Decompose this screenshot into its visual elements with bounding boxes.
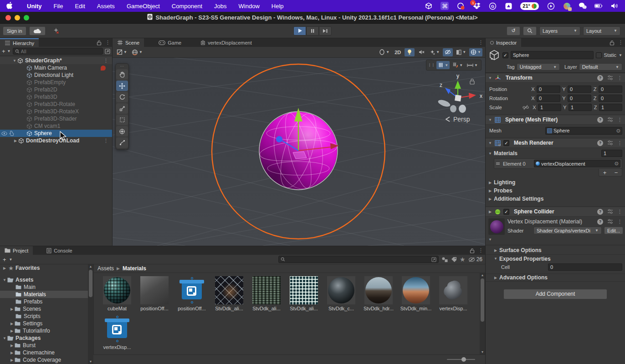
expand-triangle-icon[interactable]: ▶ xyxy=(9,344,15,348)
menu-file[interactable]: File xyxy=(48,0,69,12)
hidden-count-toggle[interactable]: 26 xyxy=(468,256,482,263)
component-menu-icon[interactable]: ⋮ xyxy=(617,219,622,225)
materials-foldout[interactable]: ▼ Materials xyxy=(486,149,625,157)
exposed-properties-foldout[interactable]: ▼Exposed Properties xyxy=(486,254,625,263)
material-preview-foldout-icon[interactable]: ▼ xyxy=(488,238,492,242)
menu-help[interactable]: Help xyxy=(266,0,290,12)
presets-icon[interactable] xyxy=(607,117,613,122)
foldout-triangle-icon[interactable]: ▼ xyxy=(487,118,493,122)
search-by-label-icon[interactable] xyxy=(451,257,457,263)
sphere-collider-enabled-checkbox[interactable]: ✓ xyxy=(503,209,509,215)
rotation-y-field[interactable] xyxy=(568,95,591,102)
component-menu-icon[interactable]: ⋮ xyxy=(617,117,622,123)
tab-game[interactable]: Game xyxy=(154,38,186,47)
hierarchy-item-sphere[interactable]: Sphere xyxy=(0,130,112,137)
toolbar-grip[interactable]: ❘❘ xyxy=(428,64,435,67)
materials-count-field[interactable] xyxy=(601,150,622,157)
remove-material-button[interactable]: − xyxy=(610,169,622,176)
foldout-triangle-icon[interactable]: ▼ xyxy=(487,152,493,156)
expand-triangle-icon[interactable]: ▶ xyxy=(9,329,15,333)
cloud-button[interactable] xyxy=(29,26,46,35)
dropbox-status-icon[interactable]: 1 xyxy=(472,2,481,10)
expand-triangle-icon[interactable]: ▶ xyxy=(2,266,7,270)
link-broken-icon[interactable] xyxy=(523,105,529,110)
scroll-up-icon[interactable]: ▲ xyxy=(88,264,93,269)
scroll-down-icon[interactable]: ▼ xyxy=(88,359,93,364)
lock-icon[interactable] xyxy=(97,40,102,46)
scene-visibility-eye-button[interactable] xyxy=(443,48,453,56)
project-tree-scrollbar[interactable]: ▲ ▼ xyxy=(88,264,93,364)
move-tool[interactable] xyxy=(116,81,128,91)
project-search-input[interactable] xyxy=(287,257,430,262)
scale-x-field[interactable] xyxy=(538,104,561,111)
hierarchy-item-directional-light[interactable]: Directional Light xyxy=(0,71,112,79)
tree-item-main[interactable]: Main xyxy=(0,283,88,291)
lighting-foldout[interactable]: ▶Lighting xyxy=(486,178,625,187)
static-checkbox[interactable] xyxy=(596,52,602,58)
volume-status-icon[interactable] xyxy=(610,2,619,10)
layers-dropdown[interactable]: Layers▼ xyxy=(539,26,580,35)
pickability-icon[interactable] xyxy=(9,131,14,136)
position-z-field[interactable] xyxy=(599,86,622,93)
layout-dropdown[interactable]: Layout▼ xyxy=(583,26,620,35)
apple-logo-icon[interactable] xyxy=(6,2,13,10)
lock-icon[interactable] xyxy=(610,40,615,46)
sphere-collider-header[interactable]: ▶ ✓ Sphere Collider ? ⋮ xyxy=(486,207,625,217)
inspector-menu-icon[interactable]: ⋮ xyxy=(618,40,623,46)
tree-item-scripts[interactable]: Scripts xyxy=(0,313,88,320)
breadcrumb-materials[interactable]: Materials xyxy=(123,265,146,272)
foldout-triangle-icon[interactable]: ▶ xyxy=(487,210,493,214)
scene-audio-button[interactable] xyxy=(416,48,426,56)
component-menu-icon[interactable]: ⋮ xyxy=(617,209,622,215)
menu-component[interactable]: Component xyxy=(166,0,208,12)
scene-lighting-button[interactable] xyxy=(405,48,415,56)
static-dropdown-icon[interactable]: ▼ xyxy=(619,53,622,57)
scroll-down-icon[interactable]: ▼ xyxy=(480,350,485,354)
scene-effects-dropdown[interactable]: ▼ xyxy=(428,48,441,56)
tab-vertexdisplacement[interactable]: vertexDisplacement xyxy=(196,38,256,47)
photos-lock-status-icon[interactable] xyxy=(563,2,571,10)
open-search-window-icon[interactable] xyxy=(431,257,436,262)
menu-edit[interactable]: Edit xyxy=(69,0,91,12)
pause-button[interactable] xyxy=(306,26,319,35)
cell-value-field[interactable] xyxy=(548,263,622,271)
add-component-button[interactable]: Add Component xyxy=(503,289,607,299)
hierarchy-item-prefabempty[interactable]: PrefabEmpty xyxy=(0,79,112,86)
transform-component-header[interactable]: ▼ Transform ? ⋮ xyxy=(486,73,625,83)
material-preview-thumb[interactable] xyxy=(488,218,505,235)
breadcrumb-assets[interactable]: Assets xyxy=(97,265,114,272)
drag-handle-icon[interactable] xyxy=(496,162,500,165)
layer-dropdown[interactable]: Default▼ xyxy=(579,63,622,71)
expand-triangle-icon[interactable]: ▶ xyxy=(9,351,15,355)
expand-triangle-icon[interactable]: ▼ xyxy=(2,336,7,340)
zoom-slider-thumb[interactable] xyxy=(461,357,466,362)
scale-y-field[interactable] xyxy=(569,104,592,111)
rect-tool[interactable] xyxy=(116,115,128,125)
battery-status-icon[interactable] xyxy=(594,2,603,10)
help-icon[interactable]: ? xyxy=(597,140,603,146)
hierarchy-search-input[interactable] xyxy=(21,49,101,54)
transform-tool[interactable] xyxy=(116,126,128,136)
tree-item-prefabs[interactable]: Prefabs xyxy=(0,298,88,305)
hierarchy-item-prefab3d-rotate[interactable]: Prefab3D-Rotate xyxy=(0,101,112,108)
menu-jobs[interactable]: Jobs xyxy=(208,0,232,12)
asset-positionoffset-shadergraph[interactable]: positionOff... xyxy=(178,276,206,311)
tree-item-burst[interactable]: ▶ Burst xyxy=(0,342,88,349)
mesh-renderer-header[interactable]: ▼ ✓ Mesh Renderer ? ⋮ xyxy=(486,138,625,148)
mesh-renderer-enabled-checkbox[interactable]: ✓ xyxy=(503,140,509,146)
scale-z-field[interactable] xyxy=(599,104,622,111)
search-by-type-icon[interactable] xyxy=(441,257,448,263)
gameobject-big-cube-icon[interactable] xyxy=(488,49,500,61)
component-menu-icon[interactable]: ⋮ xyxy=(617,75,622,81)
foldout-triangle-icon[interactable]: ▼ xyxy=(487,141,493,145)
hierarchy-menu-icon[interactable]: ⋮ xyxy=(105,40,110,46)
add-material-button[interactable]: + xyxy=(599,169,610,176)
visibility-eye-icon[interactable] xyxy=(1,131,7,136)
active-checkbox[interactable]: ✓ xyxy=(502,52,508,58)
help-icon[interactable]: ? xyxy=(597,209,603,215)
surface-options-foldout[interactable]: ▶Surface Options xyxy=(486,246,625,254)
tab-hierarchy[interactable]: Hierarchy xyxy=(0,38,39,47)
tab-scene[interactable]: Scene xyxy=(113,38,144,47)
orientation-gizmo[interactable]: y x z Persp xyxy=(437,73,482,123)
weather-widget[interactable]: 21° xyxy=(520,2,539,10)
